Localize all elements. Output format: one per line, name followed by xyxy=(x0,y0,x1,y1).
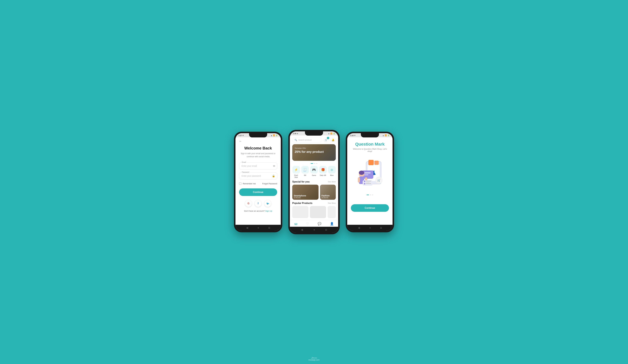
welcome-title: Welcome Back xyxy=(239,146,277,151)
search-placeholder-text: Search product xyxy=(298,139,312,141)
onboarding-subtitle: Welcome to Question Mark Shop, Let's sho… xyxy=(351,148,389,152)
password-label: Password xyxy=(241,171,250,173)
twitter-login-button[interactable]: 🐦 xyxy=(264,200,271,207)
fashion-brand-sub: 24 Brands xyxy=(321,197,330,198)
remember-checkbox[interactable] xyxy=(239,182,241,185)
bottom-nav-2: ◁ ○ □ xyxy=(290,227,338,233)
signal-icon-2: 📶 xyxy=(330,133,332,134)
wifi-icon: ▲ xyxy=(271,134,272,136)
circle-icon: ⊙ xyxy=(242,134,244,136)
back-nav-btn-2[interactable]: ◁ xyxy=(301,229,303,231)
home-nav-btn-3[interactable]: ○ xyxy=(369,227,371,229)
home-nav-btn[interactable]: ○ xyxy=(258,227,259,229)
banner-tag: Ramadan Offer xyxy=(295,147,333,149)
email-field[interactable] xyxy=(239,163,277,169)
bill-label: Bill xyxy=(304,174,306,176)
bottom-nav-1: ◁ ○ □ xyxy=(236,225,281,231)
svg-rect-20 xyxy=(366,181,371,182)
notification-button[interactable]: 🔔 xyxy=(330,137,336,143)
svg-rect-23 xyxy=(366,183,371,184)
wifi-icon-2: ▲ xyxy=(328,133,330,134)
time-3: 1:16 xyxy=(350,134,354,136)
wifi-icon-3: ▲ xyxy=(383,134,384,136)
onboard-dot-3 xyxy=(372,195,373,195)
smartphone-brand-card[interactable]: Smartphone 18 Brands xyxy=(292,185,318,200)
no-account-text: Don't have an account? xyxy=(244,210,265,212)
dot-2 xyxy=(314,163,315,164)
product-card-3[interactable] xyxy=(328,206,336,218)
continue-button-3[interactable]: Continue xyxy=(351,204,389,212)
banner-title: 25% for any product xyxy=(295,150,333,154)
nav-wishlist[interactable]: ♡ xyxy=(306,222,309,226)
recents-nav-btn-3[interactable]: □ xyxy=(381,227,382,229)
nav-home[interactable] xyxy=(294,222,298,226)
category-game[interactable]: 🎮 Game xyxy=(310,166,318,178)
battery-icon-2: 🔋 xyxy=(333,133,335,134)
onboarding-dots xyxy=(367,195,373,195)
product-card-2[interactable] xyxy=(310,206,326,218)
category-flash-deal[interactable]: ⚡ FlashDeal xyxy=(292,166,300,178)
forgot-password-link[interactable]: Forgot Password xyxy=(262,182,277,185)
more-label: More xyxy=(330,174,334,176)
time-1: 1:17 xyxy=(238,134,242,136)
phones-container: 1:17 ⊙ ▲ 📶 🔋 ← Welcome Back Sign in with… xyxy=(234,130,394,234)
nav-chat[interactable]: 💬 xyxy=(318,222,321,226)
onboard-dot-2 xyxy=(370,195,371,195)
welcome-subtitle: Sign in with your email and password or … xyxy=(239,152,277,158)
google-login-button[interactable]: G xyxy=(245,200,252,207)
time-2: 1:18 xyxy=(293,133,296,134)
sign-up-link[interactable]: Sign Up xyxy=(265,210,272,212)
signup-row: Don't have an account? Sign Up xyxy=(239,210,277,212)
password-field[interactable] xyxy=(239,173,277,179)
special-title: Special for you xyxy=(292,181,310,183)
search-bar[interactable]: 🔍 Search product xyxy=(292,137,322,143)
popular-products-row xyxy=(290,206,338,220)
phone-onboarding: 1:16 ⊙ ▲ 📶 🔋 Question Mark Welcome to Qu… xyxy=(346,132,394,232)
cart-badge: 3 xyxy=(327,137,329,139)
bill-icon: 🧾 xyxy=(301,166,309,174)
daily-gift-icon: 🎁 xyxy=(319,166,327,174)
see-more-popular[interactable]: See More xyxy=(328,202,336,204)
recents-nav-btn[interactable]: □ xyxy=(269,227,270,229)
back-nav-btn[interactable]: ◁ xyxy=(246,227,248,229)
category-daily-gift[interactable]: 🎁 Daily Gift xyxy=(319,166,327,178)
continue-button-1[interactable]: Continue xyxy=(239,188,277,196)
nav-profile[interactable]: 👤 xyxy=(330,222,334,226)
smartphone-brand-name: Smartphone xyxy=(294,194,306,197)
watermark-url: mostaql.com xyxy=(309,359,319,361)
bottom-nav-3: ◁ ○ □ xyxy=(347,225,392,231)
remember-label: Remember me xyxy=(243,182,256,185)
onboard-dot-1 xyxy=(367,195,369,195)
recents-nav-btn-2[interactable]: □ xyxy=(325,229,327,231)
back-nav-btn-3[interactable]: ◁ xyxy=(358,227,360,229)
svg-rect-6 xyxy=(374,161,379,165)
facebook-login-button[interactable]: f xyxy=(255,200,261,207)
status-bar-2: 1:18 ⊙ ▲ 📶 🔋 xyxy=(290,131,338,135)
home-nav-btn-2[interactable]: ○ xyxy=(314,229,315,231)
phone-login: 1:17 ⊙ ▲ 📶 🔋 ← Welcome Back Sign in with… xyxy=(234,132,282,232)
battery-icon: 🔋 xyxy=(276,134,278,136)
game-icon: 🎮 xyxy=(310,166,318,174)
product-card-1[interactable] xyxy=(292,206,309,218)
flash-deal-label: FlashDeal xyxy=(294,174,298,178)
notch-2 xyxy=(305,131,323,136)
shop-bottom-nav: ♡ 💬 👤 xyxy=(290,220,338,227)
back-button[interactable]: ← xyxy=(239,140,242,143)
more-icon: ◎ xyxy=(328,166,336,174)
circle-icon-2: ⊙ xyxy=(297,133,298,134)
categories-row: ⚡ FlashDeal 🧾 Bill 🎮 Game 🎁 Daily Gift xyxy=(290,166,338,181)
category-more[interactable]: ◎ More xyxy=(328,166,336,178)
status-bar-3: 1:16 ⊙ ▲ 📶 🔋 xyxy=(347,133,392,137)
header-icons: 🛒 3 🔔 xyxy=(323,137,336,143)
see-more-special[interactable]: See More xyxy=(328,181,336,183)
category-bill[interactable]: 🧾 Bill xyxy=(301,166,309,178)
promo-banner[interactable]: Ramadan Offer 25% for any product xyxy=(292,144,336,161)
signal-icon: 📶 xyxy=(273,134,275,136)
phone-shop: 1:18 ⊙ ▲ 📶 🔋 🔍 Search product xyxy=(288,130,340,234)
fashion-brand-card[interactable]: Fashion 24 Brands xyxy=(320,185,336,200)
svg-rect-15 xyxy=(358,177,360,182)
shop-header: 🔍 Search product 🛒 3 🔔 xyxy=(290,135,338,144)
cart-button[interactable]: 🛒 3 xyxy=(323,137,329,143)
svg-rect-21 xyxy=(366,182,370,183)
brands-row: Smartphone 18 Brands Fashion 24 Brands xyxy=(290,185,338,202)
